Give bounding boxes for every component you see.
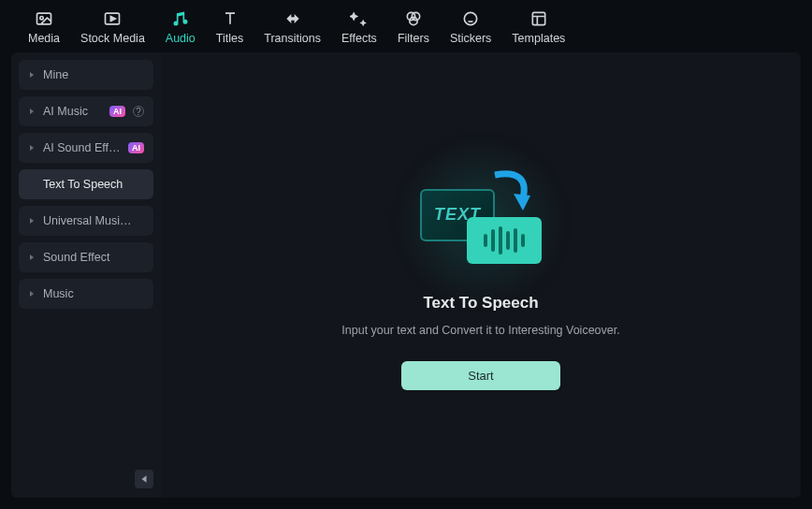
tab-titles[interactable]: Titles: [216, 9, 243, 45]
sidebar-item-ai-music[interactable]: AI Music AI ?: [19, 96, 153, 126]
audio-icon: [171, 9, 190, 28]
sidebar-item-label: Universal Musi…: [43, 214, 144, 227]
sidebar-item-label: Mine: [43, 68, 144, 81]
tab-label: Filters: [398, 32, 429, 45]
illustration-wave-box: [467, 217, 542, 264]
tab-media[interactable]: Media: [28, 9, 60, 45]
tab-effects[interactable]: Effects: [341, 9, 377, 45]
svg-marker-9: [514, 194, 530, 211]
tab-audio[interactable]: Audio: [166, 9, 196, 45]
text-to-speech-illustration: TEXT: [411, 161, 551, 283]
sidebar: Mine AI Music AI ? AI Sound Effect AI Te…: [11, 52, 161, 498]
main-area: Mine AI Music AI ? AI Sound Effect AI Te…: [11, 52, 801, 498]
templates-icon: [529, 9, 548, 28]
sidebar-item-text-to-speech[interactable]: Text To Speech: [19, 169, 153, 199]
sidebar-item-label: Sound Effect: [43, 251, 144, 264]
filters-icon: [404, 9, 423, 28]
sidebar-item-music[interactable]: Music: [19, 279, 153, 309]
effects-icon: [350, 9, 369, 28]
chevron-right-icon: [28, 254, 36, 261]
chevron-right-icon: [28, 217, 36, 225]
top-tab-bar: Media Stock Media Audio Titles Transitio…: [0, 0, 812, 52]
sidebar-item-label: AI Music: [43, 105, 102, 118]
chevron-right-icon: [28, 108, 36, 115]
sidebar-item-label: Music: [43, 287, 144, 300]
content-panel: TEXT Text To Speech Input your text and …: [161, 52, 801, 498]
tab-label: Audio: [166, 32, 196, 45]
svg-rect-8: [532, 12, 544, 24]
tab-label: Transitions: [264, 32, 321, 45]
tab-label: Titles: [216, 32, 243, 45]
stock-media-icon: [103, 9, 122, 28]
svg-marker-3: [111, 17, 116, 22]
tab-label: Media: [28, 32, 60, 45]
stickers-icon: [461, 9, 480, 28]
sidebar-item-mine[interactable]: Mine: [19, 60, 153, 90]
tab-stock-media[interactable]: Stock Media: [80, 9, 145, 45]
sidebar-item-label: AI Sound Effect: [43, 141, 121, 154]
tab-stickers[interactable]: Stickers: [450, 9, 491, 45]
tab-label: Stickers: [450, 32, 491, 45]
chevron-right-icon: [28, 71, 36, 79]
tab-label: Templates: [512, 32, 565, 45]
chevron-right-icon: [28, 144, 36, 152]
svg-point-6: [410, 17, 417, 24]
ai-badge: AI: [128, 142, 144, 153]
tab-transitions[interactable]: Transitions: [264, 9, 321, 45]
start-button[interactable]: Start: [401, 361, 560, 390]
tab-label: Stock Media: [80, 32, 145, 45]
content-subtitle: Input your text and Convert it to Intere…: [341, 324, 619, 337]
tab-label: Effects: [341, 32, 377, 45]
transitions-icon: [283, 9, 302, 28]
media-icon: [35, 9, 53, 28]
sidebar-item-sound-effect[interactable]: Sound Effect: [19, 242, 153, 272]
svg-point-1: [40, 17, 43, 20]
sidebar-item-ai-sound-effect[interactable]: AI Sound Effect AI: [19, 133, 153, 163]
titles-icon: [221, 9, 239, 28]
help-icon[interactable]: ?: [133, 106, 144, 117]
chevron-left-icon: [139, 474, 149, 484]
ai-badge: AI: [109, 106, 125, 117]
tab-templates[interactable]: Templates: [512, 9, 565, 45]
sidebar-item-label: Text To Speech: [43, 178, 144, 191]
arrow-down-icon: [486, 166, 532, 212]
svg-point-7: [464, 12, 476, 24]
collapse-sidebar-button[interactable]: [135, 470, 153, 488]
tab-filters[interactable]: Filters: [398, 9, 429, 45]
sidebar-item-universal-music[interactable]: Universal Musi…: [19, 206, 153, 236]
chevron-right-icon: [28, 290, 36, 298]
